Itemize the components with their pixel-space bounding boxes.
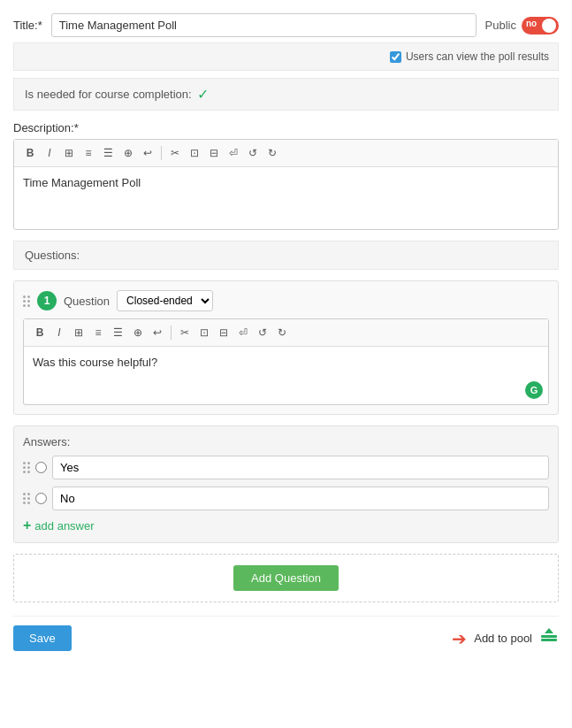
question-drag-handle[interactable] xyxy=(23,295,30,307)
add-question-button[interactable]: Add Question xyxy=(233,565,339,591)
checkbox-row: Users can view the poll results xyxy=(13,42,559,71)
q-toolbar-link[interactable]: ⊕ xyxy=(129,324,147,341)
question-label-text: Question xyxy=(64,295,110,308)
toolbar-enter[interactable]: ⏎ xyxy=(225,144,242,162)
toolbar-redo[interactable]: ↻ xyxy=(263,144,281,162)
question-block: 1 Question Closed-ended Open-ended B I ⊞… xyxy=(13,280,559,415)
q-toolbar-unlink[interactable]: ↩ xyxy=(149,324,166,341)
plus-icon: + xyxy=(23,517,31,533)
q-toolbar-bold[interactable]: B xyxy=(31,324,49,341)
toggle-track: no xyxy=(522,17,559,34)
question-toolbar: B I ⊞ ≡ ☰ ⊕ ↩ ✂ ⊡ ⊟ ⏎ ↺ ↻ xyxy=(24,319,548,347)
title-row: Title:* Public no xyxy=(13,13,559,37)
is-needed-label: Is needed for course completion: xyxy=(25,88,192,101)
questions-label: Questions: xyxy=(25,249,80,262)
q-toolbar-ol[interactable]: ≡ xyxy=(89,324,107,341)
toggle-text: no xyxy=(526,19,537,28)
q-toolbar-enter[interactable]: ⏎ xyxy=(234,324,252,341)
q-toolbar-redo[interactable]: ↻ xyxy=(273,324,291,341)
q-toolbar-cut[interactable]: ✂ xyxy=(176,324,194,341)
add-answer-label: add answer xyxy=(34,519,94,533)
title-label: Title:* xyxy=(13,19,42,32)
q-toolbar-copy[interactable]: ⊡ xyxy=(195,324,213,341)
answer-drag-1[interactable] xyxy=(23,462,30,473)
toolbar-paste[interactable]: ⊟ xyxy=(205,144,223,162)
svg-rect-0 xyxy=(541,635,557,638)
answer-row-1 xyxy=(23,456,549,479)
question-header: 1 Question Closed-ended Open-ended xyxy=(23,290,549,311)
answers-section: Answers: + add answer xyxy=(13,425,559,543)
description-toolbar: B I ⊞ ≡ ☰ ⊕ ↩ ✂ ⊡ ⊟ ⏎ ↺ ↻ xyxy=(14,140,558,167)
toolbar-image[interactable]: ⊞ xyxy=(60,144,78,162)
toolbar-bold[interactable]: B xyxy=(21,144,39,162)
grammarly-icon: G xyxy=(525,381,543,399)
pool-icon xyxy=(539,626,559,650)
add-to-pool-area: ➔ Add to pool xyxy=(452,626,559,650)
check-icon: ✓ xyxy=(197,86,209,103)
public-toggle-switch[interactable]: no xyxy=(522,17,559,34)
toolbar-ul[interactable]: ☰ xyxy=(99,144,118,162)
description-editor: B I ⊞ ≡ ☰ ⊕ ↩ ✂ ⊡ ⊟ ⏎ ↺ ↻ Time Managemen… xyxy=(13,139,559,230)
description-content[interactable]: Time Management Poll xyxy=(14,167,558,229)
q-toolbar-image[interactable]: ⊞ xyxy=(70,324,88,341)
public-label: Public xyxy=(485,19,516,32)
add-to-pool-label[interactable]: Add to pool xyxy=(474,632,532,645)
add-question-area: Add Question xyxy=(13,554,559,602)
bottom-bar: Save ➔ Add to pool xyxy=(13,616,559,660)
answer-radio-2[interactable] xyxy=(35,493,47,504)
q-toolbar-italic[interactable]: I xyxy=(50,324,68,341)
arrow-right-icon: ➔ xyxy=(452,628,467,649)
add-answer-button[interactable]: + add answer xyxy=(23,517,95,533)
answer-input-1[interactable] xyxy=(52,456,549,479)
is-needed-row: Is needed for course completion: ✓ xyxy=(13,78,559,111)
q-toolbar-paste[interactable]: ⊟ xyxy=(215,324,233,341)
answer-input-2[interactable] xyxy=(52,487,549,510)
svg-rect-1 xyxy=(541,639,557,641)
description-label: Description:* xyxy=(13,121,559,134)
toolbar-link[interactable]: ⊕ xyxy=(119,144,137,162)
q-toolbar-undo[interactable]: ↺ xyxy=(254,324,271,341)
page-container: Title:* Public no Users can view the pol… xyxy=(0,0,572,673)
q-toolbar-ul[interactable]: ☰ xyxy=(109,324,127,341)
title-input[interactable] xyxy=(51,13,477,37)
q-toolbar-sep1 xyxy=(171,326,172,340)
view-results-text: Users can view the poll results xyxy=(406,50,549,63)
toolbar-copy[interactable]: ⊡ xyxy=(186,144,203,162)
save-button[interactable]: Save xyxy=(13,625,72,651)
toolbar-ol[interactable]: ≡ xyxy=(80,144,97,162)
question-type-select[interactable]: Closed-ended Open-ended xyxy=(117,290,213,311)
title-input-wrap xyxy=(51,13,477,37)
toolbar-cut[interactable]: ✂ xyxy=(166,144,184,162)
view-results-checkbox[interactable] xyxy=(390,51,401,63)
toolbar-unlink[interactable]: ↩ xyxy=(139,144,156,162)
toolbar-undo[interactable]: ↺ xyxy=(244,144,262,162)
view-results-label[interactable]: Users can view the poll results xyxy=(390,50,549,63)
public-toggle-area: Public no xyxy=(485,17,559,34)
question-number: 1 xyxy=(37,291,57,310)
toolbar-italic[interactable]: I xyxy=(41,144,58,162)
toggle-knob xyxy=(542,19,556,33)
answer-row-2 xyxy=(23,487,549,510)
questions-header: Questions: xyxy=(13,241,559,270)
question-content[interactable]: Was this course helpful? xyxy=(24,347,548,404)
svg-marker-2 xyxy=(545,628,553,633)
question-editor: B I ⊞ ≡ ☰ ⊕ ↩ ✂ ⊡ ⊟ ⏎ ↺ ↻ Was this cours… xyxy=(23,318,549,405)
toolbar-sep1 xyxy=(161,146,162,160)
answers-label: Answers: xyxy=(23,435,549,448)
answer-drag-2[interactable] xyxy=(23,493,30,504)
answer-radio-1[interactable] xyxy=(35,462,47,473)
